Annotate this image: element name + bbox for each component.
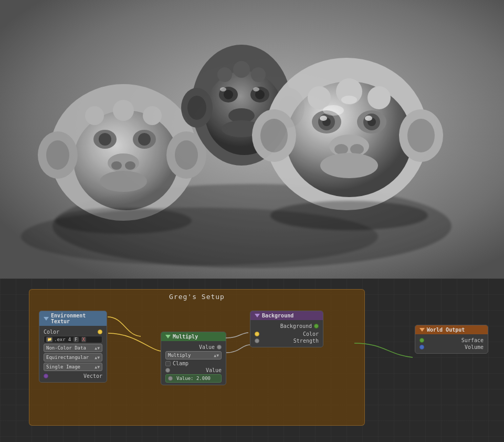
world-volume-label: Volume [465,344,484,350]
node-background-title: Background [262,313,293,318]
world-volume-socket-in [419,345,424,350]
env-color-socket-out [98,330,102,334]
background-strength-row: Strength [255,338,319,344]
svg-point-50 [365,116,372,121]
env-source-value: Single Image [46,364,80,369]
svg-point-49 [320,116,327,121]
multiply-slider-value: Value: 2.000 [176,376,211,381]
scene-render [0,0,504,279]
svg-point-53 [350,144,364,155]
svg-point-42 [407,119,435,152]
node-background-header: Background [250,311,323,320]
multiply-clamp-checkbox[interactable] [165,361,171,366]
svg-point-54 [320,153,378,178]
node-env-header: Environment Textur [39,311,107,326]
svg-point-55 [308,86,331,109]
background-out-row: Background [255,323,319,329]
env-vector-label: Vector [83,373,102,379]
svg-point-7 [175,140,198,170]
svg-point-10 [99,133,111,146]
world-output-title: World Output [427,327,465,333]
node-env-texture: Environment Textur Color 📁 .exr 4 F X No… [39,311,107,383]
svg-point-34 [217,67,232,82]
multiply-value-out-label: Value [165,344,215,350]
world-surface-socket-in [419,338,424,343]
multiply-clamp-label: Clamp [173,361,188,366]
env-vector-row: Vector [44,373,102,379]
env-source-arrow: ▲▼ [94,365,100,369]
svg-point-30 [220,87,226,91]
node-world-output: World Output Surface Volume [415,325,488,354]
svg-point-35 [233,61,250,78]
svg-point-36 [251,67,266,82]
env-colorspace-value: Non-Color Data [46,345,86,351]
world-volume-row: Volume [419,344,484,350]
multiply-value-socket-in [165,368,170,373]
multiply-slider-socket [168,376,173,381]
node-group: Greg's Setup Environment Textur Color [29,289,365,426]
multiply-collapse-icon[interactable] [165,335,171,338]
multiply-op-value: Multiply [168,353,191,358]
background-color-socket-in [255,332,259,336]
multiply-clamp-row: Clamp [165,361,222,366]
svg-point-5 [46,140,69,170]
env-projection-value: Equirectangular [46,355,89,360]
viewport-3d [0,0,504,279]
svg-point-59 [341,96,357,104]
node-group-title: Greg's Setup [29,290,364,303]
env-file-field[interactable]: 📁 .exr 4 F X [44,336,102,343]
multiply-op-dropdown[interactable]: Multiply ▲▼ [165,351,222,359]
svg-point-18 [143,106,162,125]
env-source-dropdown[interactable]: Single Image ▲▼ [44,363,102,371]
multiply-value-in-label: Value [206,367,222,373]
env-toggle-x[interactable]: X [81,337,86,342]
svg-point-16 [85,106,104,125]
env-projection-arrow: ▲▼ [94,355,100,360]
env-color-label: Color [44,329,59,335]
node-multiply-body: Value Multiply ▲▼ Clamp Value Valu [161,341,226,385]
multiply-value-slider[interactable]: Value: 2.000 [165,374,222,383]
world-output-header: World Output [415,325,488,334]
svg-point-57 [368,86,391,109]
world-output-body: Surface Volume [415,334,488,353]
background-out-label: Background [255,323,312,329]
svg-point-61 [21,208,378,265]
env-collapse-icon[interactable] [44,317,49,321]
background-strength-label: Strength [293,338,319,344]
svg-point-58 [323,105,344,116]
multiply-value-out-row: Value [165,344,222,350]
svg-point-13 [111,161,122,170]
env-file-icon: 📁 [46,337,52,342]
node-editor: Greg's Setup Environment Textur Color [0,279,504,442]
node-multiply-title: Multiply [173,334,198,340]
node-multiply-header: Multiply [161,332,226,341]
env-toggle-f[interactable]: F [74,337,78,342]
svg-point-14 [125,161,135,170]
node-background-body: Background Color Strength [250,320,323,347]
svg-point-17 [113,100,134,121]
env-color-row: Color [44,329,102,335]
background-strength-socket-in [255,338,259,343]
world-output-collapse-icon[interactable] [419,328,425,332]
env-projection-dropdown[interactable]: Equirectangular ▲▼ [44,353,102,362]
node-env-body: Color 📁 .exr 4 F X Non-Color Data ▲▼ Equ… [39,326,107,382]
background-collapse-icon[interactable] [255,314,260,317]
env-colorspace-dropdown[interactable]: Non-Color Data ▲▼ [44,344,102,352]
svg-point-12 [108,153,139,172]
multiply-value-socket-out [217,345,222,350]
node-background: Background Background Color Strength [250,311,323,347]
node-env-title: Environment Textur [51,313,102,324]
world-surface-row: Surface [419,337,484,343]
world-surface-label: Surface [461,337,484,343]
background-color-row: Color [255,331,319,337]
env-vector-socket-in [44,374,48,378]
env-file-ext: .exr [54,337,66,342]
env-colorspace-arrow: ▲▼ [94,346,100,351]
multiply-value-in-row: Value [165,367,222,373]
env-frame-num: 4 [68,337,71,342]
svg-point-23 [187,96,206,120]
svg-point-52 [334,144,348,155]
svg-point-40 [260,119,288,152]
background-color-label: Color [303,331,319,337]
node-multiply: Multiply Value Multiply ▲▼ Clamp Value [161,332,226,385]
